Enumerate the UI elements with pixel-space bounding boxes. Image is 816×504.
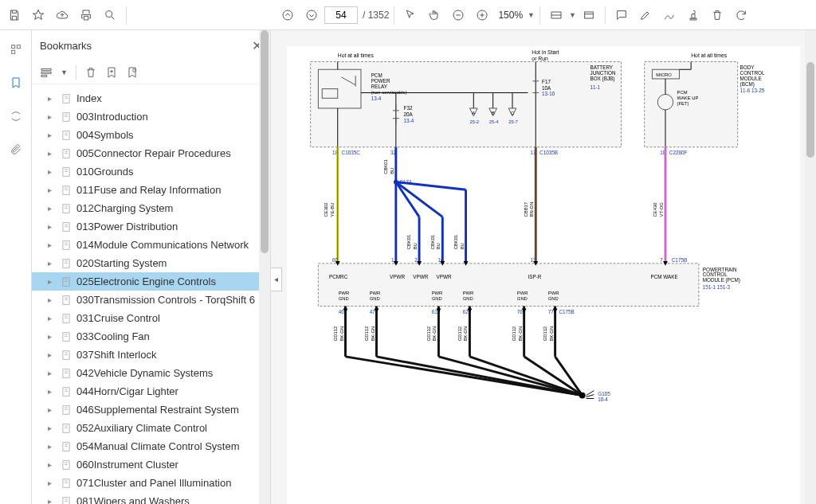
svg-text:61: 61 <box>432 309 438 315</box>
thumbnails-tab[interactable] <box>5 38 27 61</box>
svg-rect-25 <box>63 314 69 322</box>
page-up-icon[interactable] <box>277 4 299 26</box>
svg-text:BU: BU <box>390 168 394 174</box>
top-toolbar: / 1352 150% ▼ ▼ <box>0 0 816 30</box>
zoom-level[interactable]: 150% <box>495 10 526 21</box>
svg-text:PWRGND: PWRGND <box>339 291 350 301</box>
svg-text:Hot at all times: Hot at all times <box>691 53 728 58</box>
trash-icon[interactable] <box>706 4 728 26</box>
bookmark-item[interactable]: ▸042Vehicle Dynamic Systems <box>32 364 270 382</box>
bookmark-item[interactable]: ▸Index <box>32 89 270 107</box>
svg-rect-5 <box>585 12 594 18</box>
svg-text:PWRGND: PWRGND <box>517 291 528 301</box>
svg-text:11-6 13-25: 11-6 13-25 <box>740 88 765 93</box>
bookmark-label: 012Charging System <box>76 202 173 214</box>
bookmark-item[interactable]: ▸025Electronic Engine Controls <box>32 272 270 291</box>
highlight-icon[interactable] <box>634 4 657 26</box>
svg-text:VPWR: VPWR <box>413 274 428 279</box>
svg-text:POWERTRAINCONTROLMODULE (PCM): POWERTRAINCONTROLMODULE (PCM) <box>703 267 740 284</box>
bookmark-item[interactable]: ▸030Transmission Controls - TorqShift 6 <box>32 291 270 309</box>
find-bookmark-icon[interactable] <box>126 66 139 79</box>
svg-text:20A: 20A <box>404 111 414 117</box>
bookmark-label: 030Transmission Controls - TorqShift 6 <box>76 294 255 306</box>
cloud-upload-icon[interactable] <box>51 4 73 26</box>
zoom-out-icon[interactable] <box>447 4 469 26</box>
add-bookmark-icon[interactable] <box>105 66 118 79</box>
svg-text:13-4: 13-4 <box>404 118 414 123</box>
page-down-icon[interactable] <box>300 4 323 26</box>
svg-text:BK-GN: BK-GN <box>371 326 375 341</box>
svg-rect-32 <box>63 442 69 451</box>
page-number-input[interactable] <box>324 6 358 24</box>
bookmark-item[interactable]: ▸004Symbols <box>32 126 270 144</box>
svg-text:47: 47 <box>370 309 376 315</box>
svg-text:BK-GN: BK-GN <box>433 326 437 341</box>
redo-icon[interactable] <box>730 4 752 26</box>
svg-text:GD112: GD112 <box>426 326 431 341</box>
bookmark-item[interactable]: ▸054Manual Climate Control System <box>32 437 270 455</box>
svg-text:76: 76 <box>517 309 524 315</box>
pointer-icon[interactable] <box>399 4 422 26</box>
bookmarks-tab[interactable] <box>5 72 27 94</box>
bookmark-label: 081Wipers and Washers <box>76 495 190 504</box>
bookmark-item[interactable]: ▸044Horn/Cigar Lighter <box>32 382 270 400</box>
pan-icon[interactable] <box>423 4 445 26</box>
layers-tab[interactable] <box>5 105 27 127</box>
delete-bookmark-icon[interactable] <box>84 66 97 79</box>
bookmark-item[interactable]: ▸052Auxiliary Climate Control <box>32 419 270 437</box>
svg-text:BU: BU <box>413 243 418 249</box>
draw-icon[interactable] <box>658 4 681 26</box>
svg-rect-21 <box>63 240 69 249</box>
stamp-icon[interactable] <box>682 4 704 26</box>
svg-text:GD112: GD112 <box>333 326 338 341</box>
bookmark-item[interactable]: ▸013Power Distribution <box>32 217 270 236</box>
bookmark-item[interactable]: ▸003Introduction <box>32 107 270 126</box>
bookmark-item[interactable]: ▸012Charging System <box>32 199 270 217</box>
attachments-tab[interactable] <box>5 139 27 161</box>
bookmark-item[interactable]: ▸081Wipers and Washers <box>32 492 270 504</box>
bookmark-label: 033Cooling Fan <box>76 330 150 342</box>
bookmark-item[interactable]: ▸031Cruise Control <box>32 309 270 327</box>
comment-icon[interactable] <box>610 4 633 26</box>
svg-text:C175B: C175B <box>672 257 687 263</box>
bookmark-item[interactable]: ▸033Cooling Fan <box>32 327 270 346</box>
bookmark-item[interactable]: ▸011Fuse and Relay Information <box>32 181 270 199</box>
bookmark-item[interactable]: ▸060Instrument Cluster <box>32 455 270 474</box>
viewer-scrollbar[interactable] <box>805 30 816 504</box>
star-icon[interactable] <box>27 4 49 26</box>
bookmark-item[interactable]: ▸020Starting System <box>32 254 270 272</box>
bookmark-item[interactable]: ▸046Supplemental Restraint System <box>32 400 270 419</box>
svg-text:151-1 151-3: 151-1 151-3 <box>703 284 731 290</box>
pdf-page: Hot at all times Hot in Startor Run Hot … <box>287 46 800 504</box>
read-mode-icon[interactable] <box>578 4 600 26</box>
svg-text:10A: 10A <box>542 85 551 91</box>
svg-text:13-10: 13-10 <box>542 91 555 96</box>
bookmark-label: 054Manual Climate Control System <box>76 440 239 452</box>
print-icon[interactable] <box>75 4 97 26</box>
bookmark-item[interactable]: ▸037Shift Interlock <box>32 346 270 364</box>
svg-line-150 <box>469 357 582 396</box>
bookmark-label: 004Symbols <box>76 129 134 141</box>
search-icon[interactable] <box>99 4 121 26</box>
bookmark-item[interactable]: ▸071Cluster and Panel Illumination <box>32 474 270 492</box>
svg-rect-20 <box>63 222 69 231</box>
svg-text:CBK01: CBK01 <box>406 235 411 249</box>
svg-rect-6 <box>11 45 14 49</box>
svg-text:PWRGND: PWRGND <box>370 291 381 301</box>
svg-text:G105: G105 <box>598 391 610 397</box>
bookmark-item[interactable]: ▸005Connector Repair Procedures <box>32 144 270 162</box>
svg-text:Hot at all times: Hot at all times <box>338 53 375 58</box>
bookmark-item[interactable]: ▸010Grounds <box>32 162 270 181</box>
bookmark-item[interactable]: ▸014Module Communications Network <box>32 236 270 254</box>
bookmark-label: 071Cluster and Panel Illumination <box>76 477 231 489</box>
svg-text:C2280F: C2280F <box>669 150 688 155</box>
bookmarks-scrollbar[interactable] <box>259 30 270 504</box>
fit-width-icon[interactable] <box>545 4 567 26</box>
svg-text:BK-GN: BK-GN <box>339 326 344 341</box>
svg-point-167 <box>579 393 586 399</box>
options-icon[interactable] <box>40 66 53 79</box>
zoom-in-icon[interactable] <box>471 4 493 26</box>
save-icon[interactable] <box>3 4 26 26</box>
svg-text:GD112: GD112 <box>543 326 547 341</box>
collapse-handle[interactable]: ◂ <box>271 268 282 291</box>
